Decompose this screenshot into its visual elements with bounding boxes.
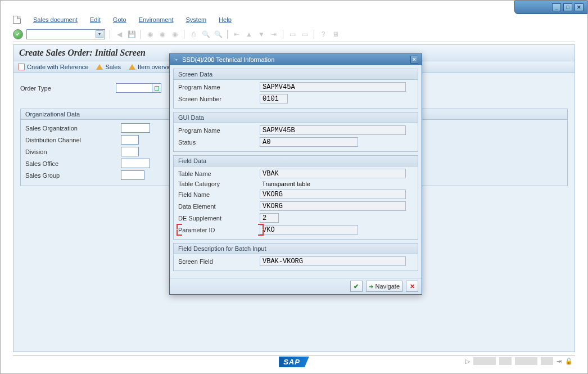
status-segment — [499, 357, 512, 365]
minimize-button[interactable]: _ — [552, 3, 561, 11]
find-icon[interactable]: 🔍 — [201, 30, 210, 39]
sales-label: Sales — [105, 64, 121, 70]
order-type-label: Order Type — [20, 85, 116, 92]
status-segment — [541, 357, 553, 365]
technical-info-dialog: ☞ SSD(4)/200 Technical Information ✕ Scr… — [169, 53, 422, 295]
next-page-icon[interactable]: ▼ — [257, 30, 266, 39]
dist-channel-label: Distribution Channel — [25, 137, 121, 143]
table-name-label: Table Name — [178, 170, 260, 177]
status-segment — [515, 357, 537, 365]
field-name-value: VKORG — [260, 190, 406, 199]
find-next-icon[interactable]: 🔍 — [214, 30, 223, 39]
screen-field-label: Screen Field — [178, 258, 260, 265]
menu-system[interactable]: System — [186, 16, 206, 23]
table-category-value: Transparent table — [260, 181, 313, 187]
batch-input-title: Field Description for Batch Input — [174, 244, 418, 254]
parameter-id-value: VKO — [260, 225, 358, 235]
sales-icon — [96, 64, 103, 70]
menu-goto[interactable]: Goto — [113, 16, 126, 23]
menu-bar: Sales document Edit Goto Environment Sys… — [13, 14, 232, 25]
sales-button[interactable]: Sales — [96, 64, 121, 70]
field-data-title: Field Data — [174, 156, 418, 166]
exit-icon[interactable]: ◉ — [158, 30, 167, 39]
new-session-icon[interactable]: ▭ — [288, 30, 297, 39]
table-name-value: VBAK — [260, 169, 406, 178]
dialog-title: SSD(4)/200 Technical Information — [182, 56, 274, 63]
field-name-label: Field Name — [178, 191, 260, 198]
program-name-label: Program Name — [178, 84, 260, 91]
screen-field-value: VBAK-VKORG — [260, 256, 406, 266]
dialog-titlebar[interactable]: ☞ SSD(4)/200 Technical Information ✕ — [170, 54, 422, 65]
print-icon[interactable]: ⎙ — [189, 30, 198, 39]
confirm-button[interactable] — [350, 281, 363, 292]
screen-number-value: 0101 — [260, 94, 288, 103]
create-with-reference-button[interactable]: Create with Reference — [18, 64, 88, 70]
menu-sales-document[interactable]: Sales document — [33, 16, 78, 23]
data-element-value: VKORG — [260, 201, 406, 211]
sales-group-input[interactable] — [121, 170, 144, 180]
cancel-button[interactable]: ✕ — [406, 281, 418, 292]
menu-environment[interactable]: Environment — [139, 16, 174, 23]
navigate-label: Navigate — [376, 283, 400, 290]
lock-icon[interactable]: 🔓 — [565, 358, 573, 365]
dialog-icon: ☞ — [173, 56, 179, 64]
navigate-button[interactable]: Navigate — [366, 281, 402, 292]
status-bar: SAP ▷ ⇥ 🔓 — [13, 355, 575, 368]
item-overview-icon — [129, 64, 135, 70]
division-label: Division — [25, 148, 121, 155]
cancel-icon[interactable]: ◉ — [170, 30, 179, 39]
layout-toggle-icon[interactable]: ⇥ — [557, 358, 562, 365]
separator — [227, 30, 228, 39]
shortcut-icon[interactable]: ▭ — [300, 30, 309, 39]
screen-data-section: Screen Data Program NameSAPMV45A Screen … — [173, 69, 418, 109]
sales-office-label: Sales Office — [25, 160, 121, 167]
sap-logo: SAP — [279, 357, 309, 367]
dist-channel-input[interactable] — [121, 135, 139, 145]
table-category-label: Table Category — [178, 181, 260, 187]
data-element-label: Data Element — [178, 203, 260, 210]
gui-status-label: Status — [178, 139, 260, 146]
de-supplement-value: 2 — [260, 213, 279, 223]
gui-program-name-label: Program Name — [178, 127, 260, 134]
sales-org-input[interactable] — [121, 123, 150, 133]
gui-data-section: GUI Data Program NameSAPMV45B StatusA0 — [173, 112, 418, 152]
screen-data-title: Screen Data — [174, 69, 418, 80]
de-supplement-label: DE Supplement — [178, 215, 260, 222]
command-field[interactable]: ▾ — [26, 29, 105, 39]
close-window-button[interactable]: ✕ — [575, 3, 584, 11]
save-icon[interactable]: 💾 — [127, 30, 136, 39]
separator — [110, 30, 110, 39]
maximize-button[interactable]: □ — [563, 3, 572, 11]
last-page-icon[interactable]: ⇥ — [269, 30, 278, 39]
create-with-reference-label: Create with Reference — [27, 64, 88, 70]
dialog-close-button[interactable]: ✕ — [410, 56, 418, 64]
screen-number-label: Screen Number — [178, 96, 260, 102]
field-data-section: Field Data Table NameVBAK Table Category… — [173, 155, 418, 240]
help-icon[interactable]: ? — [319, 30, 328, 39]
order-type-f4-icon[interactable] — [152, 83, 161, 93]
division-input[interactable] — [121, 147, 139, 156]
back-icon[interactable]: ◀ — [115, 30, 124, 39]
status-arrow-icon[interactable]: ▷ — [465, 358, 470, 365]
program-name-value: SAPMV45A — [260, 82, 406, 92]
dialog-footer: Navigate ✕ — [170, 278, 422, 294]
gui-status-value: A0 — [260, 137, 358, 147]
menu-help[interactable]: Help — [219, 16, 232, 23]
first-page-icon[interactable]: ⇤ — [232, 30, 241, 39]
prev-page-icon[interactable]: ▲ — [245, 30, 254, 39]
separator — [283, 30, 283, 39]
menu-edit[interactable]: Edit — [90, 16, 101, 23]
back-nav-icon[interactable]: ◉ — [146, 30, 155, 39]
sales-group-label: Sales Group — [25, 172, 121, 179]
status-segment — [473, 357, 496, 365]
layout-icon[interactable]: 🖥 — [331, 30, 340, 39]
standard-toolbar: ✔ ▾ ◀ 💾 ◉ ◉ ◉ ⎙ 🔍 🔍 ⇤ ▲ ▼ ⇥ ▭ ▭ ? 🖥 — [13, 29, 575, 42]
separator — [141, 30, 141, 39]
document-icon[interactable] — [13, 16, 21, 24]
separator — [184, 30, 184, 39]
window-controls: _ □ ✕ — [514, 1, 587, 14]
sales-office-input[interactable] — [121, 159, 150, 168]
order-type-input[interactable] — [116, 83, 152, 93]
gui-program-name-value: SAPMV45B — [260, 125, 406, 135]
enter-button[interactable]: ✔ — [13, 29, 23, 39]
